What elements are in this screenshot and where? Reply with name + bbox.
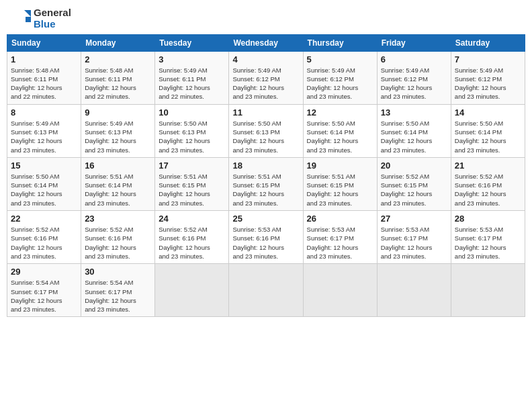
day-number: 21 bbox=[455, 161, 521, 171]
day-number: 3 bbox=[159, 54, 225, 64]
day-info: Sunrise: 5:52 AM Sunset: 6:16 PM Dayligh… bbox=[85, 225, 151, 261]
day-number: 16 bbox=[85, 161, 151, 171]
day-number: 18 bbox=[232, 161, 299, 171]
calendar-cell: 17Sunrise: 5:51 AM Sunset: 6:15 PM Dayli… bbox=[155, 157, 229, 210]
day-of-week-header: Thursday bbox=[303, 34, 377, 51]
day-info: Sunrise: 5:52 AM Sunset: 6:16 PM Dayligh… bbox=[455, 172, 521, 208]
calendar-cell: 6Sunrise: 5:49 AM Sunset: 6:12 PM Daylig… bbox=[377, 51, 451, 104]
day-number: 2 bbox=[85, 54, 151, 64]
day-of-week-header: Saturday bbox=[451, 34, 525, 51]
day-of-week-header: Wednesday bbox=[229, 34, 303, 51]
day-info: Sunrise: 5:49 AM Sunset: 6:11 PM Dayligh… bbox=[159, 66, 225, 101]
day-number: 13 bbox=[381, 107, 447, 118]
day-number: 4 bbox=[232, 54, 299, 64]
calendar-cell: 9Sunrise: 5:49 AM Sunset: 6:13 PM Daylig… bbox=[81, 104, 155, 157]
calendar-cell: 24Sunrise: 5:52 AM Sunset: 6:16 PM Dayli… bbox=[155, 211, 229, 264]
day-info: Sunrise: 5:49 AM Sunset: 6:12 PM Dayligh… bbox=[232, 66, 299, 101]
calendar-cell: 23Sunrise: 5:52 AM Sunset: 6:16 PM Dayli… bbox=[81, 211, 155, 264]
day-number: 12 bbox=[307, 107, 373, 118]
day-number: 1 bbox=[11, 54, 77, 64]
logo-graphic bbox=[12, 9, 31, 28]
day-info: Sunrise: 5:50 AM Sunset: 6:13 PM Dayligh… bbox=[159, 119, 225, 154]
day-number: 25 bbox=[232, 214, 299, 224]
calendar-cell: 29Sunrise: 5:54 AM Sunset: 6:17 PM Dayli… bbox=[7, 264, 81, 317]
day-info: Sunrise: 5:54 AM Sunset: 6:17 PM Dayligh… bbox=[85, 278, 151, 314]
day-info: Sunrise: 5:50 AM Sunset: 6:14 PM Dayligh… bbox=[455, 119, 521, 154]
day-info: Sunrise: 5:50 AM Sunset: 6:13 PM Dayligh… bbox=[232, 119, 299, 154]
calendar-cell: 7Sunrise: 5:49 AM Sunset: 6:12 PM Daylig… bbox=[451, 51, 525, 104]
day-number: 9 bbox=[85, 107, 151, 118]
day-number: 10 bbox=[159, 107, 225, 118]
day-info: Sunrise: 5:49 AM Sunset: 6:12 PM Dayligh… bbox=[307, 66, 373, 101]
day-info: Sunrise: 5:50 AM Sunset: 6:14 PM Dayligh… bbox=[11, 172, 77, 208]
day-of-week-header: Friday bbox=[377, 34, 451, 51]
day-number: 30 bbox=[85, 267, 151, 277]
svg-rect-1 bbox=[26, 17, 31, 22]
day-info: Sunrise: 5:48 AM Sunset: 6:11 PM Dayligh… bbox=[85, 66, 151, 101]
day-number: 14 bbox=[455, 107, 521, 118]
calendar-cell: 12Sunrise: 5:50 AM Sunset: 6:14 PM Dayli… bbox=[303, 104, 377, 157]
day-info: Sunrise: 5:53 AM Sunset: 6:17 PM Dayligh… bbox=[381, 225, 447, 261]
day-info: Sunrise: 5:49 AM Sunset: 6:12 PM Dayligh… bbox=[381, 66, 447, 101]
calendar-cell: 11Sunrise: 5:50 AM Sunset: 6:13 PM Dayli… bbox=[229, 104, 303, 157]
calendar-cell: 14Sunrise: 5:50 AM Sunset: 6:14 PM Dayli… bbox=[451, 104, 525, 157]
logo-blue: Blue bbox=[34, 18, 71, 30]
calendar-cell: 8Sunrise: 5:49 AM Sunset: 6:13 PM Daylig… bbox=[7, 104, 81, 157]
calendar-cell bbox=[155, 264, 229, 317]
calendar-header-row: SundayMondayTuesdayWednesdayThursdayFrid… bbox=[7, 34, 525, 51]
day-number: 27 bbox=[381, 214, 447, 224]
day-of-week-header: Tuesday bbox=[155, 34, 229, 51]
day-number: 8 bbox=[11, 107, 77, 118]
calendar-cell: 16Sunrise: 5:51 AM Sunset: 6:14 PM Dayli… bbox=[81, 157, 155, 210]
calendar-cell: 22Sunrise: 5:52 AM Sunset: 6:16 PM Dayli… bbox=[7, 211, 81, 264]
calendar-cell: 25Sunrise: 5:53 AM Sunset: 6:16 PM Dayli… bbox=[229, 211, 303, 264]
calendar-week-row: 22Sunrise: 5:52 AM Sunset: 6:16 PM Dayli… bbox=[7, 211, 525, 264]
day-of-week-header: Monday bbox=[81, 34, 155, 51]
day-number: 15 bbox=[11, 161, 77, 171]
calendar-week-row: 1Sunrise: 5:48 AM Sunset: 6:11 PM Daylig… bbox=[7, 51, 525, 104]
day-info: Sunrise: 5:52 AM Sunset: 6:16 PM Dayligh… bbox=[11, 225, 77, 261]
day-info: Sunrise: 5:53 AM Sunset: 6:17 PM Dayligh… bbox=[307, 225, 373, 261]
day-number: 11 bbox=[232, 107, 299, 118]
calendar-cell bbox=[303, 264, 377, 317]
calendar-cell: 18Sunrise: 5:51 AM Sunset: 6:15 PM Dayli… bbox=[229, 157, 303, 210]
day-info: Sunrise: 5:48 AM Sunset: 6:11 PM Dayligh… bbox=[11, 66, 77, 101]
calendar-cell: 3Sunrise: 5:49 AM Sunset: 6:11 PM Daylig… bbox=[155, 51, 229, 104]
calendar-cell: 26Sunrise: 5:53 AM Sunset: 6:17 PM Dayli… bbox=[303, 211, 377, 264]
calendar-cell: 20Sunrise: 5:52 AM Sunset: 6:15 PM Dayli… bbox=[377, 157, 451, 210]
day-info: Sunrise: 5:51 AM Sunset: 6:15 PM Dayligh… bbox=[159, 172, 225, 208]
calendar-cell: 19Sunrise: 5:51 AM Sunset: 6:15 PM Dayli… bbox=[303, 157, 377, 210]
day-info: Sunrise: 5:49 AM Sunset: 6:13 PM Dayligh… bbox=[85, 119, 151, 154]
day-info: Sunrise: 5:54 AM Sunset: 6:17 PM Dayligh… bbox=[11, 278, 77, 314]
day-info: Sunrise: 5:49 AM Sunset: 6:13 PM Dayligh… bbox=[11, 119, 77, 154]
calendar-cell: 10Sunrise: 5:50 AM Sunset: 6:13 PM Dayli… bbox=[155, 104, 229, 157]
calendar-cell: 4Sunrise: 5:49 AM Sunset: 6:12 PM Daylig… bbox=[229, 51, 303, 104]
day-info: Sunrise: 5:51 AM Sunset: 6:14 PM Dayligh… bbox=[85, 172, 151, 208]
day-info: Sunrise: 5:53 AM Sunset: 6:16 PM Dayligh… bbox=[232, 225, 299, 261]
day-info: Sunrise: 5:52 AM Sunset: 6:16 PM Dayligh… bbox=[159, 225, 225, 261]
day-number: 19 bbox=[307, 161, 373, 171]
day-info: Sunrise: 5:50 AM Sunset: 6:14 PM Dayligh… bbox=[381, 119, 447, 154]
calendar-cell bbox=[451, 264, 525, 317]
header: GeneralBlue bbox=[7, 7, 525, 30]
calendar-cell: 27Sunrise: 5:53 AM Sunset: 6:17 PM Dayli… bbox=[377, 211, 451, 264]
calendar-cell: 28Sunrise: 5:53 AM Sunset: 6:17 PM Dayli… bbox=[451, 211, 525, 264]
day-info: Sunrise: 5:51 AM Sunset: 6:15 PM Dayligh… bbox=[232, 172, 299, 208]
day-info: Sunrise: 5:50 AM Sunset: 6:14 PM Dayligh… bbox=[307, 119, 373, 154]
calendar-table: SundayMondayTuesdayWednesdayThursdayFrid… bbox=[7, 34, 525, 318]
day-number: 6 bbox=[381, 54, 447, 64]
calendar-cell bbox=[229, 264, 303, 317]
calendar-cell: 15Sunrise: 5:50 AM Sunset: 6:14 PM Dayli… bbox=[7, 157, 81, 210]
calendar-cell bbox=[377, 264, 451, 317]
svg-marker-0 bbox=[24, 10, 31, 17]
day-info: Sunrise: 5:51 AM Sunset: 6:15 PM Dayligh… bbox=[307, 172, 373, 208]
day-number: 20 bbox=[381, 161, 447, 171]
day-number: 28 bbox=[455, 214, 521, 224]
day-number: 22 bbox=[11, 214, 77, 224]
day-number: 23 bbox=[85, 214, 151, 224]
day-number: 24 bbox=[159, 214, 225, 224]
day-number: 29 bbox=[11, 267, 77, 277]
calendar-cell: 1Sunrise: 5:48 AM Sunset: 6:11 PM Daylig… bbox=[7, 51, 81, 104]
calendar-cell: 21Sunrise: 5:52 AM Sunset: 6:16 PM Dayli… bbox=[451, 157, 525, 210]
day-info: Sunrise: 5:53 AM Sunset: 6:17 PM Dayligh… bbox=[455, 225, 521, 261]
